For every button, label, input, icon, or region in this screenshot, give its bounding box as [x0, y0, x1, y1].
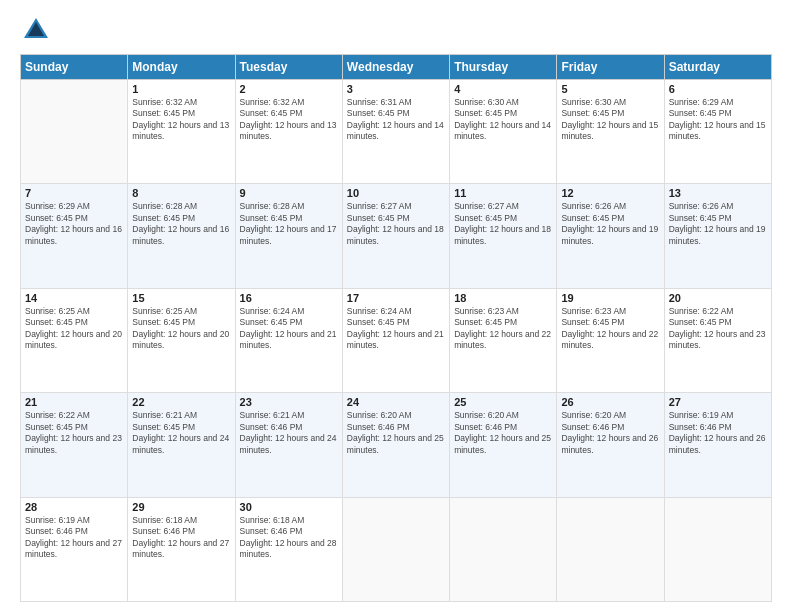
- day-info: Sunrise: 6:21 AMSunset: 6:46 PMDaylight:…: [240, 410, 338, 456]
- calendar-cell: 23Sunrise: 6:21 AMSunset: 6:46 PMDayligh…: [235, 393, 342, 497]
- calendar-cell: 5Sunrise: 6:30 AMSunset: 6:45 PMDaylight…: [557, 80, 664, 184]
- day-info: Sunrise: 6:22 AMSunset: 6:45 PMDaylight:…: [669, 306, 767, 352]
- day-info: Sunrise: 6:29 AMSunset: 6:45 PMDaylight:…: [25, 201, 123, 247]
- day-info: Sunrise: 6:23 AMSunset: 6:45 PMDaylight:…: [454, 306, 552, 352]
- calendar-cell: 29Sunrise: 6:18 AMSunset: 6:46 PMDayligh…: [128, 497, 235, 601]
- day-info: Sunrise: 6:25 AMSunset: 6:45 PMDaylight:…: [132, 306, 230, 352]
- day-info: Sunrise: 6:25 AMSunset: 6:45 PMDaylight:…: [25, 306, 123, 352]
- calendar-cell: 6Sunrise: 6:29 AMSunset: 6:45 PMDaylight…: [664, 80, 771, 184]
- day-number: 18: [454, 292, 552, 304]
- day-info: Sunrise: 6:30 AMSunset: 6:45 PMDaylight:…: [454, 97, 552, 143]
- week-row-5: 28Sunrise: 6:19 AMSunset: 6:46 PMDayligh…: [21, 497, 772, 601]
- day-number: 4: [454, 83, 552, 95]
- day-info: Sunrise: 6:30 AMSunset: 6:45 PMDaylight:…: [561, 97, 659, 143]
- day-info: Sunrise: 6:22 AMSunset: 6:45 PMDaylight:…: [25, 410, 123, 456]
- day-number: 24: [347, 396, 445, 408]
- day-number: 5: [561, 83, 659, 95]
- day-info: Sunrise: 6:31 AMSunset: 6:45 PMDaylight:…: [347, 97, 445, 143]
- day-number: 10: [347, 187, 445, 199]
- day-number: 28: [25, 501, 123, 513]
- calendar-cell: 22Sunrise: 6:21 AMSunset: 6:45 PMDayligh…: [128, 393, 235, 497]
- page: SundayMondayTuesdayWednesdayThursdayFrid…: [0, 0, 792, 612]
- calendar-cell: 3Sunrise: 6:31 AMSunset: 6:45 PMDaylight…: [342, 80, 449, 184]
- calendar-cell: 30Sunrise: 6:18 AMSunset: 6:46 PMDayligh…: [235, 497, 342, 601]
- day-info: Sunrise: 6:21 AMSunset: 6:45 PMDaylight:…: [132, 410, 230, 456]
- day-number: 15: [132, 292, 230, 304]
- day-number: 22: [132, 396, 230, 408]
- day-number: 9: [240, 187, 338, 199]
- day-info: Sunrise: 6:20 AMSunset: 6:46 PMDaylight:…: [454, 410, 552, 456]
- day-number: 6: [669, 83, 767, 95]
- calendar-cell: 12Sunrise: 6:26 AMSunset: 6:45 PMDayligh…: [557, 184, 664, 288]
- calendar-cell: 21Sunrise: 6:22 AMSunset: 6:45 PMDayligh…: [21, 393, 128, 497]
- calendar-cell: 11Sunrise: 6:27 AMSunset: 6:45 PMDayligh…: [450, 184, 557, 288]
- calendar-cell: 13Sunrise: 6:26 AMSunset: 6:45 PMDayligh…: [664, 184, 771, 288]
- week-row-1: 1Sunrise: 6:32 AMSunset: 6:45 PMDaylight…: [21, 80, 772, 184]
- day-number: 27: [669, 396, 767, 408]
- day-info: Sunrise: 6:28 AMSunset: 6:45 PMDaylight:…: [240, 201, 338, 247]
- calendar-cell: 16Sunrise: 6:24 AMSunset: 6:45 PMDayligh…: [235, 288, 342, 392]
- calendar-cell: 24Sunrise: 6:20 AMSunset: 6:46 PMDayligh…: [342, 393, 449, 497]
- day-number: 2: [240, 83, 338, 95]
- day-number: 25: [454, 396, 552, 408]
- day-info: Sunrise: 6:27 AMSunset: 6:45 PMDaylight:…: [454, 201, 552, 247]
- day-info: Sunrise: 6:19 AMSunset: 6:46 PMDaylight:…: [669, 410, 767, 456]
- calendar-cell: [557, 497, 664, 601]
- day-number: 19: [561, 292, 659, 304]
- logo-icon: [22, 16, 50, 44]
- weekday-header-saturday: Saturday: [664, 55, 771, 80]
- day-number: 7: [25, 187, 123, 199]
- calendar-cell: 20Sunrise: 6:22 AMSunset: 6:45 PMDayligh…: [664, 288, 771, 392]
- day-info: Sunrise: 6:28 AMSunset: 6:45 PMDaylight:…: [132, 201, 230, 247]
- day-info: Sunrise: 6:18 AMSunset: 6:46 PMDaylight:…: [132, 515, 230, 561]
- day-info: Sunrise: 6:18 AMSunset: 6:46 PMDaylight:…: [240, 515, 338, 561]
- day-number: 26: [561, 396, 659, 408]
- calendar-cell: 7Sunrise: 6:29 AMSunset: 6:45 PMDaylight…: [21, 184, 128, 288]
- calendar-cell: 27Sunrise: 6:19 AMSunset: 6:46 PMDayligh…: [664, 393, 771, 497]
- logo: [20, 16, 50, 44]
- week-row-2: 7Sunrise: 6:29 AMSunset: 6:45 PMDaylight…: [21, 184, 772, 288]
- day-number: 11: [454, 187, 552, 199]
- day-number: 1: [132, 83, 230, 95]
- header: [20, 16, 772, 44]
- calendar-table: SundayMondayTuesdayWednesdayThursdayFrid…: [20, 54, 772, 602]
- calendar-cell: 25Sunrise: 6:20 AMSunset: 6:46 PMDayligh…: [450, 393, 557, 497]
- day-info: Sunrise: 6:24 AMSunset: 6:45 PMDaylight:…: [240, 306, 338, 352]
- day-number: 23: [240, 396, 338, 408]
- weekday-header-monday: Monday: [128, 55, 235, 80]
- day-number: 8: [132, 187, 230, 199]
- calendar-cell: 9Sunrise: 6:28 AMSunset: 6:45 PMDaylight…: [235, 184, 342, 288]
- calendar-cell: 28Sunrise: 6:19 AMSunset: 6:46 PMDayligh…: [21, 497, 128, 601]
- calendar-cell: 4Sunrise: 6:30 AMSunset: 6:45 PMDaylight…: [450, 80, 557, 184]
- calendar-cell: [450, 497, 557, 601]
- day-number: 20: [669, 292, 767, 304]
- day-info: Sunrise: 6:24 AMSunset: 6:45 PMDaylight:…: [347, 306, 445, 352]
- day-info: Sunrise: 6:26 AMSunset: 6:45 PMDaylight:…: [561, 201, 659, 247]
- day-info: Sunrise: 6:19 AMSunset: 6:46 PMDaylight:…: [25, 515, 123, 561]
- day-info: Sunrise: 6:26 AMSunset: 6:45 PMDaylight:…: [669, 201, 767, 247]
- calendar-cell: 10Sunrise: 6:27 AMSunset: 6:45 PMDayligh…: [342, 184, 449, 288]
- calendar-cell: 14Sunrise: 6:25 AMSunset: 6:45 PMDayligh…: [21, 288, 128, 392]
- weekday-header-wednesday: Wednesday: [342, 55, 449, 80]
- calendar-cell: 15Sunrise: 6:25 AMSunset: 6:45 PMDayligh…: [128, 288, 235, 392]
- calendar-cell: 19Sunrise: 6:23 AMSunset: 6:45 PMDayligh…: [557, 288, 664, 392]
- calendar-cell: 26Sunrise: 6:20 AMSunset: 6:46 PMDayligh…: [557, 393, 664, 497]
- weekday-header-sunday: Sunday: [21, 55, 128, 80]
- calendar-cell: [342, 497, 449, 601]
- day-info: Sunrise: 6:23 AMSunset: 6:45 PMDaylight:…: [561, 306, 659, 352]
- day-number: 14: [25, 292, 123, 304]
- day-number: 17: [347, 292, 445, 304]
- weekday-header-tuesday: Tuesday: [235, 55, 342, 80]
- day-number: 3: [347, 83, 445, 95]
- day-info: Sunrise: 6:29 AMSunset: 6:45 PMDaylight:…: [669, 97, 767, 143]
- day-info: Sunrise: 6:32 AMSunset: 6:45 PMDaylight:…: [132, 97, 230, 143]
- calendar-cell: 18Sunrise: 6:23 AMSunset: 6:45 PMDayligh…: [450, 288, 557, 392]
- week-row-3: 14Sunrise: 6:25 AMSunset: 6:45 PMDayligh…: [21, 288, 772, 392]
- day-number: 29: [132, 501, 230, 513]
- weekday-header-friday: Friday: [557, 55, 664, 80]
- calendar-cell: [664, 497, 771, 601]
- day-info: Sunrise: 6:20 AMSunset: 6:46 PMDaylight:…: [347, 410, 445, 456]
- calendar-cell: 17Sunrise: 6:24 AMSunset: 6:45 PMDayligh…: [342, 288, 449, 392]
- day-number: 21: [25, 396, 123, 408]
- calendar-cell: 1Sunrise: 6:32 AMSunset: 6:45 PMDaylight…: [128, 80, 235, 184]
